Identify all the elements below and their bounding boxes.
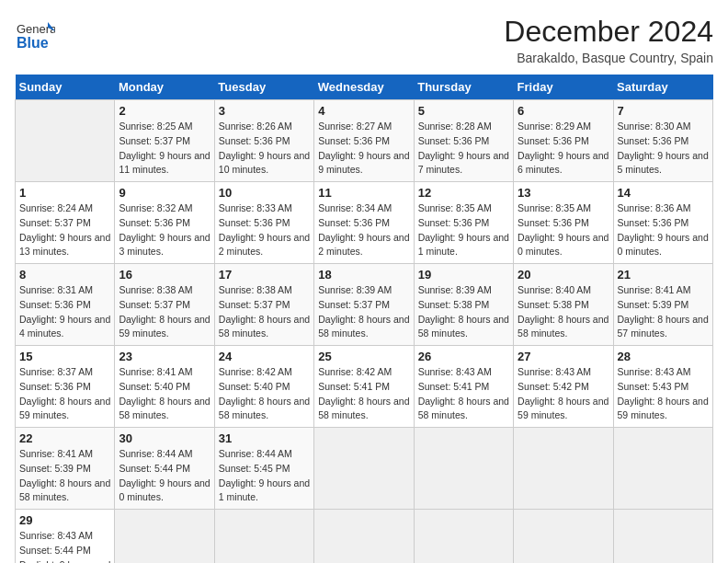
calendar-cell — [613, 510, 712, 564]
day-number: 24 — [219, 350, 310, 363]
calendar-cell: 2Sunrise: 8:25 AMSunset: 5:37 PMDaylight… — [115, 100, 214, 182]
day-number: 25 — [318, 350, 409, 363]
calendar-cell: 1Sunrise: 8:24 AMSunset: 5:37 PMDaylight… — [16, 182, 115, 264]
calendar-cell — [414, 428, 513, 510]
day-info: Sunrise: 8:24 AMSunset: 5:37 PMDaylight:… — [19, 201, 110, 259]
day-number: 18 — [318, 268, 409, 282]
calendar-cell — [613, 428, 712, 510]
calendar-row-1: 1Sunrise: 8:24 AMSunset: 5:37 PMDaylight… — [16, 182, 713, 264]
day-number: 16 — [119, 268, 210, 282]
day-number: 9 — [119, 186, 210, 200]
calendar-cell — [115, 510, 214, 564]
day-info: Sunrise: 8:35 AMSunset: 5:36 PMDaylight:… — [418, 201, 509, 259]
day-info: Sunrise: 8:35 AMSunset: 5:36 PMDaylight:… — [518, 201, 609, 259]
calendar-cell: 5Sunrise: 8:28 AMSunset: 5:36 PMDaylight… — [414, 100, 513, 182]
calendar-cell: 18Sunrise: 8:39 AMSunset: 5:37 PMDayligh… — [314, 264, 414, 346]
day-info: Sunrise: 8:39 AMSunset: 5:38 PMDaylight:… — [418, 283, 509, 341]
calendar-cell: 7Sunrise: 8:30 AMSunset: 5:36 PMDaylight… — [613, 100, 712, 182]
calendar-cell: 13Sunrise: 8:35 AMSunset: 5:36 PMDayligh… — [514, 182, 613, 264]
col-header-monday: Monday — [115, 75, 214, 100]
day-number: 1 — [19, 186, 110, 200]
calendar-cell — [314, 428, 414, 510]
day-info: Sunrise: 8:29 AMSunset: 5:36 PMDaylight:… — [518, 120, 609, 178]
day-number: 31 — [219, 431, 310, 445]
calendar-cell — [16, 100, 115, 182]
day-info: Sunrise: 8:31 AMSunset: 5:36 PMDaylight:… — [19, 283, 110, 341]
day-number: 20 — [518, 268, 609, 282]
day-number: 30 — [119, 431, 210, 445]
day-number: 26 — [418, 350, 509, 363]
calendar-cell: 23Sunrise: 8:41 AMSunset: 5:40 PMDayligh… — [115, 346, 214, 428]
calendar-cell — [214, 510, 313, 564]
day-number: 15 — [19, 350, 110, 363]
day-number: 22 — [19, 431, 110, 445]
day-number: 6 — [518, 104, 609, 118]
calendar-cell: 9Sunrise: 8:32 AMSunset: 5:36 PMDaylight… — [115, 182, 214, 264]
calendar-cell: 26Sunrise: 8:43 AMSunset: 5:41 PMDayligh… — [414, 346, 513, 428]
logo: General Blue — [15, 15, 59, 55]
calendar-row-4: 22Sunrise: 8:41 AMSunset: 5:39 PMDayligh… — [16, 428, 713, 510]
calendar-cell: 6Sunrise: 8:29 AMSunset: 5:36 PMDaylight… — [514, 100, 613, 182]
calendar-cell: 20Sunrise: 8:40 AMSunset: 5:38 PMDayligh… — [514, 264, 613, 346]
day-info: Sunrise: 8:43 AMSunset: 5:42 PMDaylight:… — [518, 365, 609, 423]
day-number: 10 — [219, 186, 310, 200]
day-info: Sunrise: 8:26 AMSunset: 5:36 PMDaylight:… — [219, 120, 310, 178]
day-number: 19 — [418, 268, 509, 282]
col-header-friday: Friday — [514, 75, 613, 100]
calendar-cell: 25Sunrise: 8:42 AMSunset: 5:41 PMDayligh… — [314, 346, 414, 428]
day-number: 12 — [418, 186, 509, 200]
day-info: Sunrise: 8:43 AMSunset: 5:43 PMDaylight:… — [618, 365, 709, 423]
calendar-row-5: 29Sunrise: 8:43 AMSunset: 5:44 PMDayligh… — [16, 510, 713, 564]
day-number: 2 — [119, 104, 210, 118]
calendar-cell — [514, 510, 613, 564]
calendar-cell: 22Sunrise: 8:41 AMSunset: 5:39 PMDayligh… — [16, 428, 115, 510]
day-info: Sunrise: 8:34 AMSunset: 5:36 PMDaylight:… — [318, 201, 409, 259]
day-number: 29 — [19, 513, 110, 527]
calendar-row-2: 8Sunrise: 8:31 AMSunset: 5:36 PMDaylight… — [16, 264, 713, 346]
calendar-cell: 15Sunrise: 8:37 AMSunset: 5:36 PMDayligh… — [16, 346, 115, 428]
calendar-cell: 29Sunrise: 8:43 AMSunset: 5:44 PMDayligh… — [16, 510, 115, 564]
day-number: 23 — [119, 350, 210, 363]
day-number: 7 — [618, 104, 709, 118]
calendar-cell: 12Sunrise: 8:35 AMSunset: 5:36 PMDayligh… — [414, 182, 513, 264]
calendar-cell — [514, 428, 613, 510]
calendar-cell: 4Sunrise: 8:27 AMSunset: 5:36 PMDaylight… — [314, 100, 414, 182]
calendar-cell: 10Sunrise: 8:33 AMSunset: 5:36 PMDayligh… — [214, 182, 313, 264]
day-info: Sunrise: 8:40 AMSunset: 5:38 PMDaylight:… — [518, 283, 609, 341]
calendar-cell: 17Sunrise: 8:38 AMSunset: 5:37 PMDayligh… — [214, 264, 313, 346]
calendar-cell: 19Sunrise: 8:39 AMSunset: 5:38 PMDayligh… — [414, 264, 513, 346]
calendar-cell — [314, 510, 414, 564]
logo-icon: General Blue — [15, 15, 55, 55]
day-number: 5 — [418, 104, 509, 118]
col-header-wednesday: Wednesday — [314, 75, 414, 100]
day-info: Sunrise: 8:38 AMSunset: 5:37 PMDaylight:… — [119, 283, 210, 341]
main-title: December 2024 — [504, 15, 713, 49]
day-info: Sunrise: 8:41 AMSunset: 5:39 PMDaylight:… — [618, 283, 709, 341]
calendar-cell: 30Sunrise: 8:44 AMSunset: 5:44 PMDayligh… — [115, 428, 214, 510]
calendar-cell: 14Sunrise: 8:36 AMSunset: 5:36 PMDayligh… — [613, 182, 712, 264]
day-number: 4 — [318, 104, 409, 118]
day-info: Sunrise: 8:38 AMSunset: 5:37 PMDaylight:… — [219, 283, 310, 341]
day-info: Sunrise: 8:25 AMSunset: 5:37 PMDaylight:… — [119, 120, 210, 178]
day-info: Sunrise: 8:43 AMSunset: 5:41 PMDaylight:… — [418, 365, 509, 423]
subtitle: Barakaldo, Basque Country, Spain — [504, 51, 713, 65]
day-info: Sunrise: 8:42 AMSunset: 5:41 PMDaylight:… — [318, 365, 409, 423]
day-number: 8 — [19, 268, 110, 282]
calendar-row-3: 15Sunrise: 8:37 AMSunset: 5:36 PMDayligh… — [16, 346, 713, 428]
day-info: Sunrise: 8:32 AMSunset: 5:36 PMDaylight:… — [119, 201, 210, 259]
day-info: Sunrise: 8:30 AMSunset: 5:36 PMDaylight:… — [618, 120, 709, 178]
day-number: 28 — [618, 350, 709, 363]
col-header-thursday: Thursday — [414, 75, 513, 100]
svg-text:Blue: Blue — [17, 35, 49, 51]
calendar-cell: 21Sunrise: 8:41 AMSunset: 5:39 PMDayligh… — [613, 264, 712, 346]
title-area: December 2024 Barakaldo, Basque Country,… — [504, 15, 713, 65]
calendar-cell: 24Sunrise: 8:42 AMSunset: 5:40 PMDayligh… — [214, 346, 313, 428]
calendar-cell: 3Sunrise: 8:26 AMSunset: 5:36 PMDaylight… — [214, 100, 313, 182]
calendar-cell — [414, 510, 513, 564]
calendar-cell: 27Sunrise: 8:43 AMSunset: 5:42 PMDayligh… — [514, 346, 613, 428]
day-info: Sunrise: 8:42 AMSunset: 5:40 PMDaylight:… — [219, 365, 310, 423]
col-header-saturday: Saturday — [613, 75, 712, 100]
day-info: Sunrise: 8:41 AMSunset: 5:40 PMDaylight:… — [119, 365, 210, 423]
day-info: Sunrise: 8:36 AMSunset: 5:36 PMDaylight:… — [618, 201, 709, 259]
day-number: 3 — [219, 104, 310, 118]
